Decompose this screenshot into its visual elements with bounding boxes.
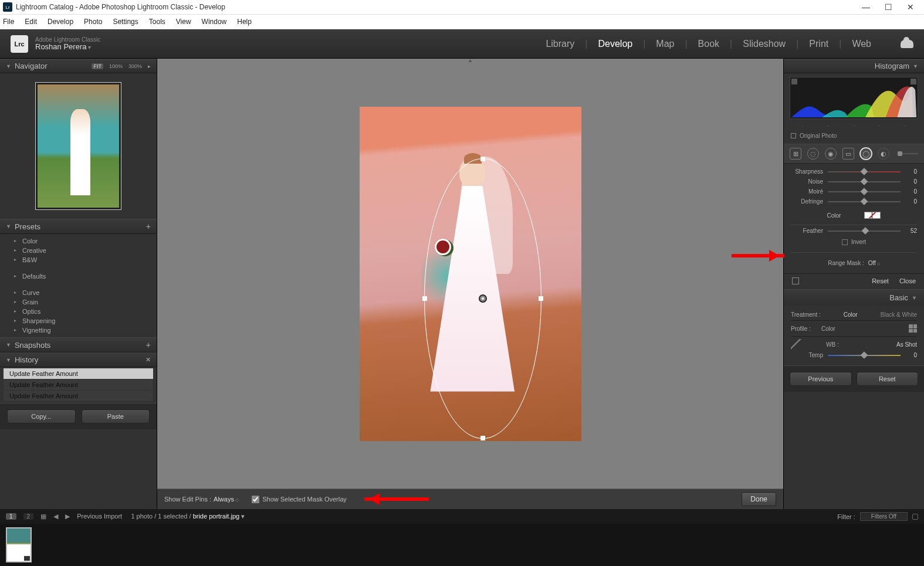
menu-photo[interactable]: Photo (84, 18, 102, 26)
preset-group-curve[interactable]: Curve (0, 288, 157, 297)
spot-tool-icon[interactable]: ◌ (807, 148, 819, 160)
history-clear-icon[interactable]: ✕ (145, 356, 151, 364)
zoom-100[interactable]: 100% (109, 63, 123, 69)
brush-tool-icon[interactable]: ◐ (878, 148, 889, 160)
window-maximize[interactable]: ☐ (885, 2, 892, 12)
reset-button[interactable]: Reset (857, 372, 919, 386)
nav-fwd-icon[interactable]: ▶ (65, 513, 70, 520)
zoom-fit[interactable]: FIT (92, 63, 103, 69)
radial-tool-icon[interactable]: ◯ (860, 148, 872, 160)
histogram-header[interactable]: Histogram▼ (784, 59, 924, 73)
preset-group-vignetting[interactable]: Vignetting (0, 326, 157, 335)
window-close[interactable]: ✕ (907, 2, 914, 12)
range-mask-dropdown[interactable]: Off (868, 260, 880, 266)
preset-group-optics[interactable]: Optics (0, 307, 157, 316)
history-row[interactable]: Update Feather Amount (4, 379, 153, 390)
filter-lock-icon[interactable] (912, 514, 918, 520)
preset-group-creative[interactable]: Creative (0, 246, 157, 255)
presets-header[interactable]: ▼Presets + (0, 219, 157, 234)
filmstrip-thumbnail[interactable] (6, 527, 32, 562)
grid-view-icon[interactable]: ▦ (40, 513, 46, 520)
nav-back-icon[interactable]: ◀ (53, 513, 58, 520)
copy-button[interactable]: Copy... (7, 409, 76, 423)
crop-tool-icon[interactable]: ⊞ (790, 148, 801, 160)
filename-menu-icon[interactable]: ▾ (241, 513, 245, 520)
tool-close-button[interactable]: Close (899, 277, 916, 284)
history-row[interactable]: Update Feather Amount (4, 368, 153, 379)
graduated-tool-icon[interactable]: ▭ (842, 148, 854, 160)
snapshots-header[interactable]: ▼Snapshots + (0, 337, 157, 353)
image-canvas[interactable] (157, 59, 783, 489)
mask-overlay-checkbox[interactable] (252, 496, 259, 503)
redeye-tool-icon[interactable]: ◉ (825, 148, 837, 160)
panel-switch-icon[interactable] (792, 277, 799, 284)
zoom-more-icon[interactable]: ▸ (148, 63, 151, 69)
profile-browser-icon[interactable] (909, 324, 917, 333)
history-row[interactable]: Update Feather Amount (4, 391, 153, 401)
module-slideshow[interactable]: Slideshow (743, 39, 786, 49)
module-web[interactable]: Web (852, 39, 871, 49)
menu-file[interactable]: File (3, 18, 14, 26)
navigator-preview[interactable] (0, 73, 157, 219)
radial-filter-pin[interactable] (479, 294, 487, 303)
window-minimize[interactable]: — (862, 2, 870, 12)
pins-dropdown[interactable]: Always (214, 496, 239, 503)
clip-highlight-icon[interactable] (911, 79, 916, 84)
menu-develop[interactable]: Develop (48, 18, 73, 26)
module-library[interactable]: Library (546, 39, 574, 49)
module-develop[interactable]: Develop (598, 39, 632, 49)
radial-filter-oval[interactable] (424, 158, 541, 439)
preset-group-sharpening[interactable]: Sharpening (0, 316, 157, 326)
previous-button[interactable]: Previous (790, 372, 852, 386)
zoom-300[interactable]: 300% (128, 63, 142, 69)
history-header[interactable]: ▼History ✕ (0, 353, 157, 367)
color-picker-swatch[interactable] (864, 212, 881, 219)
defringe-slider[interactable]: Defringe 0 (791, 198, 917, 205)
menu-edit[interactable]: Edit (25, 18, 37, 26)
presets-add-icon[interactable]: + (146, 222, 151, 231)
module-map[interactable]: Map (656, 39, 674, 49)
moire-slider[interactable]: Moiré 0 (791, 188, 917, 195)
handle-top[interactable] (480, 157, 485, 161)
filter-dropdown[interactable]: Filters Off (860, 512, 908, 521)
photo-preview[interactable] (360, 107, 581, 441)
tool-reset-button[interactable]: Reset (872, 277, 889, 284)
temp-slider[interactable]: Temp 0 (791, 352, 917, 358)
handle-right[interactable] (539, 296, 543, 301)
tool-size-slider[interactable] (898, 153, 918, 154)
cloud-sync-icon[interactable] (901, 40, 913, 48)
module-print[interactable]: Print (809, 39, 828, 49)
histogram-display[interactable] (790, 77, 918, 119)
secondary-display-1[interactable]: 1 (6, 513, 16, 520)
navigator-header[interactable]: ▼ Navigator FIT 100% 300% ▸ (0, 59, 157, 73)
treatment-bw[interactable]: Black & White (881, 311, 917, 318)
preset-group-grain[interactable]: Grain (0, 297, 157, 307)
preset-group-defaults[interactable]: Defaults (0, 272, 157, 281)
mask-overlay-toggle[interactable]: Show Selected Mask Overlay (252, 496, 347, 503)
menu-tools[interactable]: Tools (149, 18, 165, 26)
module-book[interactable]: Book (698, 39, 719, 49)
treatment-color[interactable]: Color (844, 311, 858, 318)
paste-button[interactable]: Paste (82, 409, 150, 423)
menu-view[interactable]: View (176, 18, 191, 26)
snapshots-add-icon[interactable]: + (146, 340, 151, 350)
preset-group-bw[interactable]: B&W (0, 255, 157, 265)
menu-window[interactable]: Window (202, 18, 227, 26)
feather-slider[interactable]: Feather 52 (791, 228, 917, 234)
secondary-display-2[interactable]: 2 (23, 513, 34, 520)
handle-bottom[interactable] (480, 436, 485, 440)
menu-settings[interactable]: Settings (113, 18, 138, 26)
filmstrip[interactable] (0, 524, 924, 566)
invert-toggle[interactable]: Invert (791, 238, 917, 250)
sharpness-slider[interactable]: Sharpness 0 (791, 168, 917, 175)
basic-panel-header[interactable]: Basic▼ (784, 289, 924, 306)
done-button[interactable]: Done (742, 492, 776, 506)
folder-name[interactable]: Previous Import (77, 513, 122, 520)
preset-group-color[interactable]: Color (0, 236, 157, 246)
identity-user[interactable]: Roshan Perera (35, 43, 100, 51)
clip-shadow-icon[interactable] (791, 79, 797, 84)
noise-slider[interactable]: Noise 0 (791, 178, 917, 185)
menu-help[interactable]: Help (237, 18, 252, 26)
original-photo-toggle[interactable]: Original Photo (784, 130, 924, 144)
profile-dropdown[interactable]: Color (821, 326, 835, 332)
